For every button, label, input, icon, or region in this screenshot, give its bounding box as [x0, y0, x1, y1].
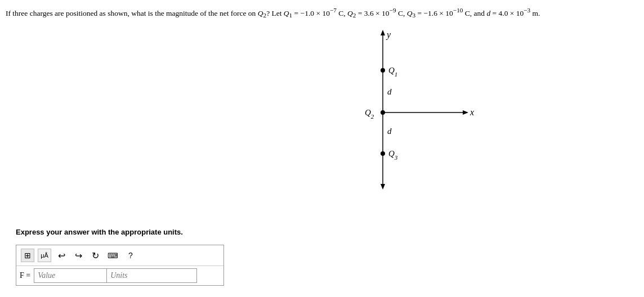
grid-icon: ⊞	[24, 251, 31, 260]
help-icon: ?	[128, 251, 133, 260]
svg-marker-2	[381, 184, 385, 190]
x-label: x	[469, 107, 474, 117]
f-equals-label: F =	[20, 271, 30, 280]
units-input[interactable]	[107, 268, 197, 283]
d-label-2: d	[387, 127, 392, 136]
keyboard-button[interactable]: ⌨	[105, 249, 120, 262]
q3-label: Q3	[388, 149, 398, 161]
svg-marker-1	[381, 30, 385, 35]
diagram: y x Q1 d Q2 d Q3	[327, 25, 495, 205]
undo-icon: ↩	[58, 250, 65, 261]
mu-icon: μÅ	[41, 252, 48, 259]
q1-label: Q1	[388, 66, 397, 78]
q2-label: Q2	[365, 108, 374, 120]
undo-button[interactable]: ↩	[55, 249, 68, 262]
d-label-1: d	[387, 87, 392, 96]
input-row: F =	[16, 266, 223, 285]
y-label: y	[386, 30, 391, 40]
q2-dot	[381, 110, 385, 115]
q1-dot	[381, 68, 385, 73]
units-symbol-button[interactable]: μÅ	[38, 249, 51, 262]
svg-marker-4	[463, 110, 468, 115]
answer-box: ⊞ μÅ ↩ ↪ ↻ ⌨ ? F =	[16, 245, 224, 286]
refresh-icon: ↻	[92, 250, 99, 261]
keyboard-icon: ⌨	[108, 251, 118, 260]
toolbar-row: ⊞ μÅ ↩ ↪ ↻ ⌨ ?	[16, 245, 223, 266]
redo-icon: ↪	[75, 250, 82, 261]
matrix-icon-button[interactable]: ⊞	[21, 249, 34, 262]
express-answer-label: Express your answer with the appropriate…	[16, 228, 183, 236]
help-button[interactable]: ?	[124, 249, 137, 262]
value-input[interactable]	[34, 268, 107, 283]
reset-button[interactable]: ↻	[88, 249, 102, 262]
q3-dot	[381, 151, 385, 156]
redo-button[interactable]: ↪	[71, 249, 85, 262]
question-text: If three charges are positioned as shown…	[6, 6, 638, 20]
